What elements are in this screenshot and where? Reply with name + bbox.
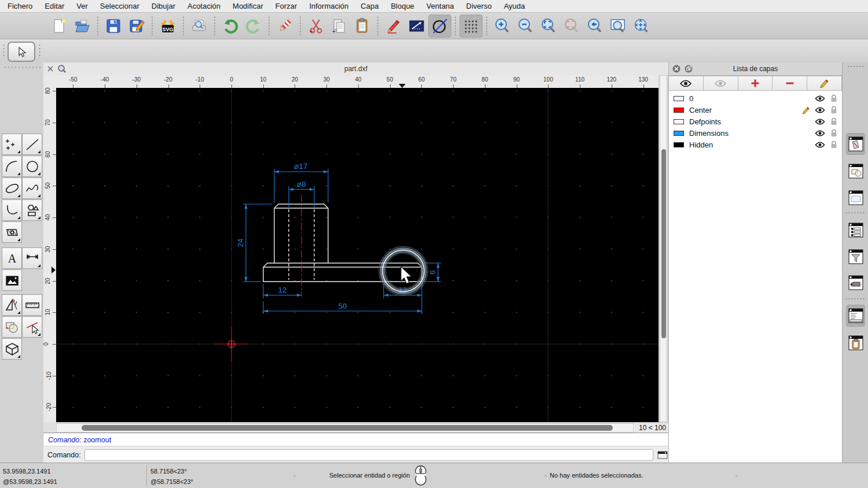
zoom-selection-button[interactable] — [560, 14, 583, 38]
menu-bloque[interactable]: Bloque — [391, 2, 414, 10]
view-projection-dock-icon[interactable] — [846, 272, 865, 294]
menu-editar[interactable]: Editar — [45, 2, 64, 10]
layer-list-dock-icon[interactable] — [846, 133, 865, 155]
arc-tool-button[interactable] — [2, 156, 22, 177]
pen-attributes-button[interactable] — [382, 14, 405, 38]
submenu-indicator — [38, 264, 41, 267]
zoom-in-button[interactable] — [491, 14, 514, 38]
menu-dibujar[interactable]: Dibujar — [152, 2, 175, 10]
layer-lock-icon[interactable] — [828, 106, 840, 114]
vertical-scrollbar-thumb[interactable] — [661, 149, 666, 338]
polygon-tool-button[interactable] — [22, 199, 42, 221]
save-button[interactable] — [102, 14, 125, 38]
layer-visibility-icon[interactable] — [814, 95, 826, 102]
zoom-auto-button[interactable] — [537, 14, 560, 38]
line-tool-button[interactable] — [22, 134, 42, 155]
panel-drag-handle[interactable] — [847, 65, 865, 68]
hide-all-layers-button[interactable] — [704, 76, 738, 91]
menu-ver[interactable]: Ver — [76, 2, 88, 10]
redo-button[interactable] — [242, 14, 265, 38]
layer-visibility-icon[interactable] — [814, 107, 826, 113]
menu-modificar[interactable]: Modificar — [233, 2, 263, 10]
polyline-tool-button[interactable] — [2, 199, 22, 221]
panel-drag-handle[interactable] — [3, 66, 41, 69]
layer-row[interactable]: Defpoints — [669, 116, 842, 127]
toolbar-drag-handle[interactable] — [2, 43, 5, 58]
horizontal-scrollbar[interactable] — [56, 423, 634, 432]
delete-entities-button[interactable] — [273, 14, 296, 38]
image-tool-button[interactable] — [2, 269, 22, 291]
spline-tool-button[interactable] — [22, 178, 42, 199]
menu-capa[interactable]: Capa — [361, 2, 378, 10]
menu-ventana[interactable]: Ventana — [426, 2, 454, 10]
layer-row[interactable]: Dimensions — [669, 127, 842, 139]
ruler-label: 70 — [450, 76, 457, 83]
hatch-tool-button[interactable] — [2, 221, 22, 243]
show-all-layers-button[interactable] — [669, 76, 704, 91]
layer-visibility-icon[interactable] — [814, 119, 826, 125]
open-file-button[interactable] — [71, 14, 94, 38]
menu-información[interactable]: Información — [309, 2, 348, 10]
points-tool-button[interactable] — [2, 134, 22, 155]
edit-layer-button[interactable] — [807, 76, 842, 91]
cut-button[interactable]: + — [304, 14, 328, 38]
add-layer-button[interactable] — [738, 76, 773, 91]
command-input[interactable] — [84, 449, 653, 461]
block-list-dock-icon[interactable] — [846, 160, 865, 182]
horizontal-scrollbar-thumb[interactable] — [82, 425, 613, 431]
circle-tool-button[interactable] — [22, 156, 42, 177]
text-tool-button[interactable]: A — [2, 247, 22, 269]
menu-forzar[interactable]: Forzar — [275, 2, 297, 10]
filter-dock-icon[interactable] — [846, 246, 865, 268]
export-svg-button[interactable]: SVG — [156, 14, 179, 38]
layer-visibility-icon[interactable] — [814, 142, 826, 148]
menu-diverso[interactable]: Diverso — [466, 2, 492, 10]
modify-tool-button[interactable] — [2, 316, 22, 338]
drawing-canvas[interactable]: ⌀17 ⌀8 24 6 12 12 50 — [56, 88, 659, 422]
menu-seleccionar[interactable]: Seleccionar — [100, 2, 139, 10]
copy-button[interactable]: + — [328, 14, 351, 38]
zoom-previous-button[interactable] — [583, 14, 606, 38]
relative-coordinates: @53.9598,23.1491 — [3, 478, 57, 485]
zoom-pan-button[interactable] — [630, 14, 653, 38]
new-file-button[interactable] — [47, 14, 71, 38]
ruler-tool-button[interactable] — [22, 294, 42, 316]
print-preview-button[interactable] — [187, 14, 211, 38]
layer-lock-icon[interactable] — [828, 94, 840, 102]
command-line-dock-icon[interactable] — [846, 305, 865, 327]
menu-ayuda[interactable]: Ayuda — [504, 2, 525, 10]
clipboard-dock-icon[interactable] — [846, 332, 865, 354]
ellipse-tool-button[interactable] — [2, 178, 22, 199]
layer-row[interactable]: Hidden — [669, 139, 842, 150]
toolbar-drag-handle[interactable] — [38, 43, 41, 58]
close-panel-icon[interactable] — [672, 65, 681, 73]
measure-tool-button[interactable] — [2, 294, 22, 316]
paste-button[interactable] — [351, 14, 374, 38]
grid-toggle-button[interactable] — [459, 14, 483, 38]
layer-lock-icon[interactable] — [828, 129, 840, 137]
float-panel-icon[interactable] — [685, 65, 693, 73]
layer-row[interactable]: Center — [669, 104, 842, 116]
menu-acotación[interactable]: Acotación — [187, 2, 220, 10]
command-window-toggle-button[interactable] — [657, 450, 668, 460]
select-entity-tool-button[interactable] — [22, 316, 42, 338]
selection-status: No hay entidades seleccionadas. — [550, 472, 643, 479]
zoom-out-button[interactable] — [514, 14, 537, 38]
library-browser-dock-icon[interactable] — [846, 187, 865, 209]
menu-fichero[interactable]: Fichero — [8, 2, 32, 10]
dimension-tool-button[interactable] — [22, 247, 42, 269]
remove-layer-button[interactable] — [773, 76, 807, 91]
layer-lock-icon[interactable] — [828, 117, 840, 125]
solid-3d-tool-button[interactable] — [2, 338, 22, 360]
selection-tool-button[interactable] — [8, 42, 35, 62]
distance-point-button[interactable] — [405, 14, 428, 38]
save-as-button[interactable] — [125, 14, 148, 38]
undo-button[interactable] — [219, 14, 242, 38]
layer-lock-icon[interactable] — [828, 141, 840, 149]
restriction-off-button[interactable] — [428, 14, 451, 38]
vertical-scrollbar[interactable] — [660, 75, 667, 422]
entity-list-dock-icon[interactable] — [846, 219, 865, 241]
layer-visibility-icon[interactable] — [814, 130, 826, 136]
layer-row[interactable]: 0 — [669, 93, 842, 104]
zoom-window-button[interactable] — [606, 14, 630, 38]
